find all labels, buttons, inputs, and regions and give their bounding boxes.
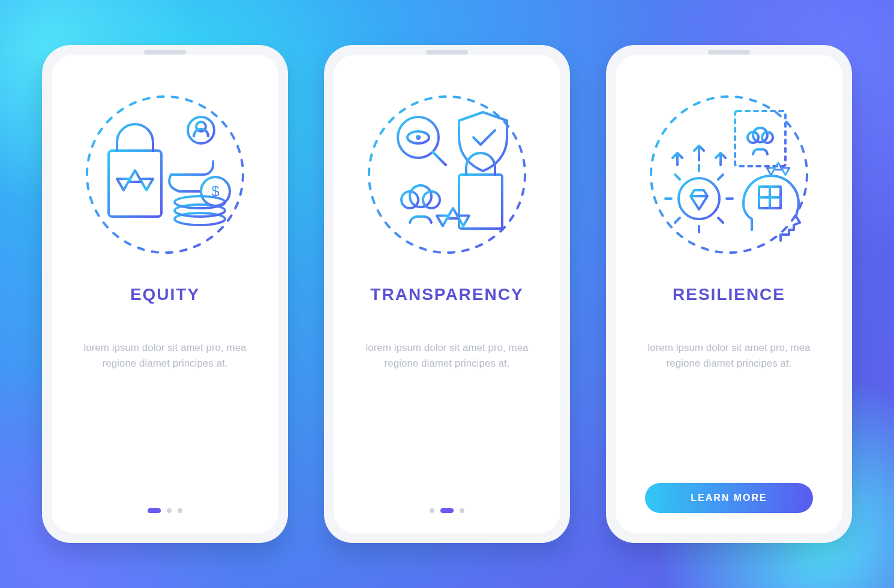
pager-dot[interactable] (178, 508, 182, 513)
svg-rect-23 (759, 187, 770, 197)
onboarding-screen-equity: $ EQUITY lorem ipsum dolor sit amet pro,… (52, 55, 278, 533)
resilience-icon (645, 91, 813, 259)
svg-point-19 (753, 128, 767, 142)
pager-dot-active[interactable] (148, 508, 161, 513)
svg-rect-24 (770, 187, 781, 197)
svg-rect-25 (759, 197, 770, 208)
svg-rect-1 (109, 151, 161, 217)
phone-mockup: $ EQUITY lorem ipsum dolor sit amet pro,… (42, 45, 288, 543)
phone-mockup: RESILIENCE lorem ipsum dolor sit amet pr… (606, 45, 852, 543)
onboarding-title: TRANSPARENCY (370, 285, 523, 304)
svg-point-22 (679, 178, 719, 219)
onboarding-screen-transparency: TRANSPARENCY lorem ipsum dolor sit amet … (334, 55, 560, 533)
onboarding-desc: lorem ipsum dolor sit amet pro, mea regi… (75, 340, 255, 371)
onboarding-title: RESILIENCE (673, 285, 785, 304)
pager-dot[interactable] (167, 508, 172, 513)
svg-text:$: $ (211, 183, 219, 199)
equity-icon: $ (81, 91, 249, 259)
pager-dots (430, 508, 464, 513)
learn-more-button[interactable]: LEARN MORE (645, 483, 813, 513)
pager-dot[interactable] (430, 508, 434, 513)
pager-dots (148, 508, 182, 513)
svg-point-13 (410, 185, 431, 207)
svg-rect-26 (770, 197, 781, 208)
pager-dot-active[interactable] (440, 508, 454, 513)
onboarding-screen-resilience: RESILIENCE lorem ipsum dolor sit amet pr… (616, 55, 842, 533)
svg-point-12 (416, 135, 421, 140)
transparency-icon (363, 91, 531, 259)
onboarding-desc: lorem ipsum dolor sit amet pro, mea regi… (639, 340, 819, 371)
phone-mockup: TRANSPARENCY lorem ipsum dolor sit amet … (324, 45, 570, 543)
onboarding-desc: lorem ipsum dolor sit amet pro, mea regi… (357, 340, 537, 371)
pager-dot[interactable] (460, 508, 464, 513)
phone-row: $ EQUITY lorem ipsum dolor sit amet pro,… (0, 0, 894, 588)
svg-point-0 (87, 97, 243, 253)
svg-rect-18 (735, 111, 785, 166)
onboarding-title: EQUITY (130, 285, 200, 304)
